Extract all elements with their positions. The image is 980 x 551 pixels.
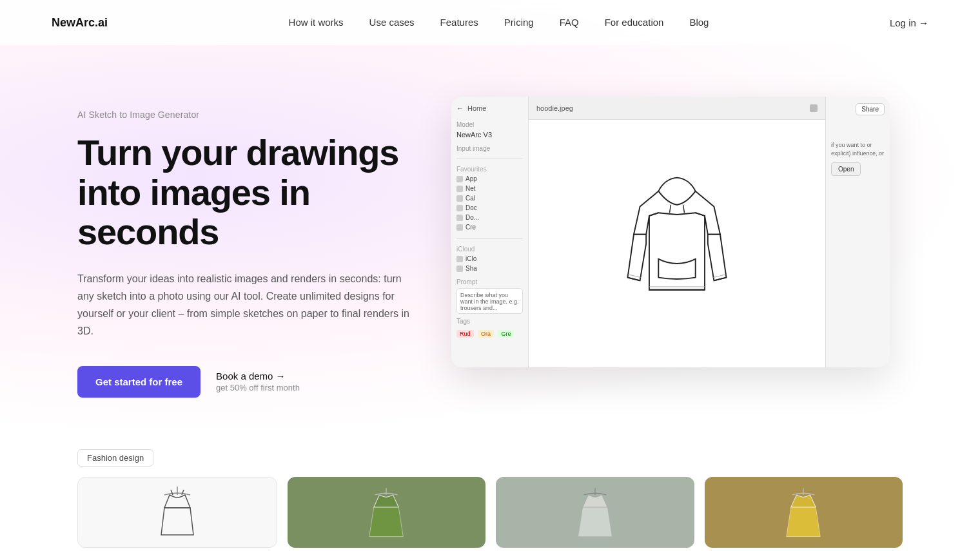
share-button[interactable]: Share: [856, 103, 885, 115]
nav-faq[interactable]: FAQ: [560, 17, 579, 28]
hero-description: Transform your ideas into realistic imag…: [77, 270, 413, 340]
svg-line-3: [628, 275, 640, 278]
shared-item: Sha: [456, 264, 523, 273]
icloud-item: iClo: [456, 254, 523, 264]
nav-how-it-works[interactable]: How it works: [289, 17, 344, 28]
yellow-dress-area: [705, 477, 903, 548]
app-window: ← Home Model NewArc V3 Input image Favou…: [451, 97, 890, 367]
hero-actions: Get started for free Book a demo → get 5…: [77, 366, 413, 398]
green-dress-svg: [364, 487, 409, 538]
prompt-label: Prompt: [456, 278, 523, 285]
yellow-dress-svg: [781, 487, 826, 538]
nav-features[interactable]: Features: [440, 17, 478, 28]
nav-blog[interactable]: Blog: [689, 17, 709, 28]
svg-line-5: [713, 275, 725, 278]
nav-links: How it works Use cases Features Pricing …: [289, 17, 709, 28]
demo-link-group: Book a demo → get 50% off first month: [216, 371, 300, 392]
fashion-tag: Fashion design: [77, 449, 153, 467]
file-item-2: Net: [456, 184, 523, 193]
gallery-section: Fashion design: [0, 436, 980, 548]
hero-title: Turn your drawings into images in second…: [77, 133, 413, 252]
open-button[interactable]: Open: [831, 162, 861, 176]
tag-red: Rud: [456, 330, 474, 338]
divider-2: [456, 238, 523, 239]
mockup-back-button: ← Home: [456, 104, 523, 112]
hoodie-sketch: [612, 173, 741, 314]
back-arrow-icon: ←: [456, 104, 464, 112]
favourites-label: Favourites: [456, 166, 523, 173]
svg-line-4: [714, 278, 726, 281]
dress-sketch-svg: [152, 483, 203, 541]
file-item-6: Cre: [456, 222, 523, 232]
mockup-right-panel: Share if you want to or explicit) influe…: [825, 97, 890, 367]
demo-discount: get 50% off first month: [216, 383, 300, 392]
nav-login-link[interactable]: Log in →: [890, 17, 928, 28]
gallery-item-silver: [496, 477, 694, 548]
nav-use-cases[interactable]: Use cases: [369, 17, 415, 28]
hero-tag: AI Sketch to Image Generator: [77, 110, 413, 120]
prompt-box[interactable]: Describe what you want in the image, e.g…: [456, 288, 523, 314]
tags-label: Tags: [456, 318, 523, 325]
hero-mockup: ← Home Model NewArc V3 Input image Favou…: [451, 97, 903, 367]
model-value: NewArc V3: [456, 131, 523, 139]
input-label: Input image: [456, 145, 523, 152]
nav-pricing[interactable]: Pricing: [504, 17, 534, 28]
home-label: Home: [467, 104, 486, 112]
book-demo-link[interactable]: Book a demo →: [216, 371, 300, 382]
hero-text: AI Sketch to Image Generator Turn your d…: [77, 97, 413, 398]
mockup-image-area: [529, 120, 825, 367]
get-started-button[interactable]: Get started for free: [77, 366, 201, 398]
gallery-item-yellow: [705, 477, 903, 548]
mockup-center: hoodie.jpeg: [529, 97, 825, 367]
file-item-4: Doc: [456, 203, 523, 213]
filename-label: hoodie.jpeg: [536, 104, 573, 112]
file-item-5: Do...: [456, 213, 523, 222]
gallery-grid: [77, 477, 903, 548]
topbar-action-icon[interactable]: [810, 104, 818, 112]
file-item-1: App: [456, 174, 523, 184]
divider-1: [456, 159, 523, 159]
tag-green: Gre: [498, 330, 514, 338]
green-dress-area: [288, 477, 486, 548]
icloud-label: iCloud: [456, 246, 523, 253]
svg-line-2: [627, 278, 640, 281]
right-panel-text: if you want to or explicit) influence, o…: [831, 141, 885, 157]
file-item-3: Cal: [456, 193, 523, 203]
silver-dress-area: [496, 477, 694, 548]
nav-for-education[interactable]: For education: [605, 17, 664, 28]
gallery-item-green: [288, 477, 486, 548]
silver-dress-svg: [573, 487, 618, 538]
hero-section: AI Sketch to Image Generator Turn your d…: [0, 45, 980, 436]
mockup-sidebar: ← Home Model NewArc V3 Input image Favou…: [451, 97, 529, 367]
sketch-dress-area: [78, 478, 277, 547]
gallery-item-sketch: [77, 477, 277, 548]
navbar: NewArc.ai How it works Use cases Feature…: [0, 0, 980, 45]
tag-orange: Ora: [478, 330, 494, 338]
share-button-area: Share: [831, 103, 885, 115]
nav-logo[interactable]: NewArc.ai: [52, 16, 108, 30]
mockup-topbar: hoodie.jpeg: [529, 97, 825, 120]
model-label: Model: [456, 121, 523, 128]
